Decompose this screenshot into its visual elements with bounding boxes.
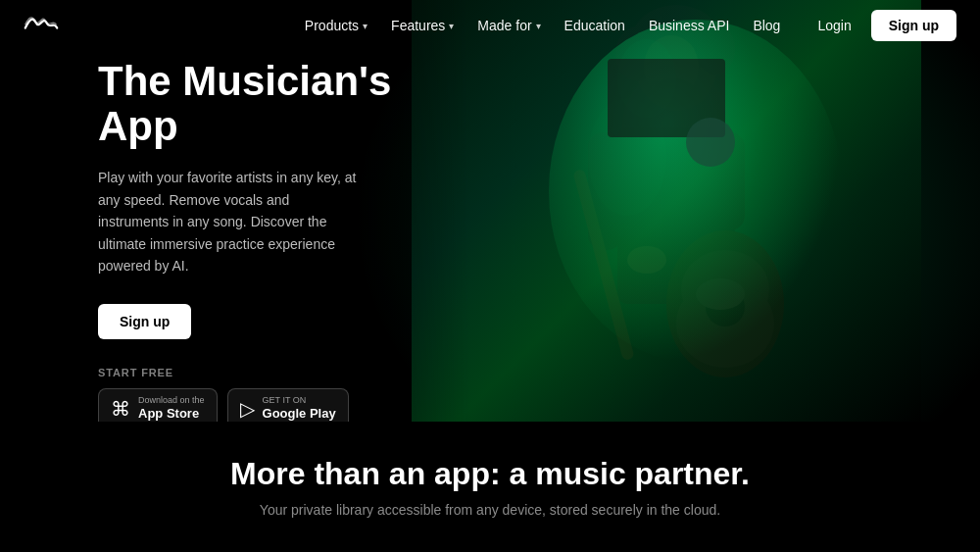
hero-content: The Musician's App Play with your favori…: [0, 0, 470, 422]
nav-education[interactable]: Education: [555, 12, 635, 39]
app-store-sub: Download on the: [138, 395, 205, 406]
nav-products[interactable]: Products ▾: [295, 12, 377, 39]
signup-hero-button[interactable]: Sign up: [98, 304, 191, 339]
nav-links: Products ▾ Features ▾ Made for ▾ Educati…: [295, 12, 791, 39]
google-play-icon: ▷: [240, 399, 255, 419]
chevron-down-icon: ▾: [536, 21, 541, 31]
store-badges: ⌘ Download on the App Store ▷ GET IT ON …: [98, 388, 470, 422]
bottom-section: More than an app: a music partner. Your …: [0, 422, 980, 552]
app-store-name: App Store: [138, 406, 205, 422]
nav-business-api[interactable]: Business API: [639, 12, 740, 39]
hero-description: Play with your favorite artists in any k…: [98, 167, 363, 276]
google-play-name: Google Play: [263, 406, 336, 422]
chevron-down-icon: ▾: [449, 21, 454, 31]
signup-nav-button[interactable]: Sign up: [871, 10, 956, 41]
login-button[interactable]: Login: [806, 12, 862, 39]
nav-features[interactable]: Features ▾: [381, 12, 464, 39]
google-play-badge[interactable]: ▷ GET IT ON Google Play: [227, 388, 349, 422]
nav-made-for[interactable]: Made for ▾: [467, 12, 550, 39]
hero-section: The Musician's App Play with your favori…: [0, 0, 980, 422]
logo[interactable]: [24, 12, 59, 39]
chevron-down-icon: ▾: [363, 21, 368, 31]
apple-icon: ⌘: [111, 399, 130, 419]
app-store-badge[interactable]: ⌘ Download on the App Store: [98, 388, 218, 422]
google-play-sub: GET IT ON: [263, 395, 336, 406]
navbar: Products ▾ Features ▾ Made for ▾ Educati…: [0, 0, 980, 51]
bottom-title: More than an app: a music partner.: [230, 456, 750, 492]
hero-person-image: [412, 0, 921, 422]
bottom-subtitle: Your private library accessible from any…: [260, 502, 720, 518]
start-free-label: START FREE: [98, 367, 470, 378]
hero-title: The Musician's App: [98, 59, 470, 149]
nav-blog[interactable]: Blog: [743, 12, 790, 39]
nav-actions: Login Sign up: [806, 10, 956, 41]
